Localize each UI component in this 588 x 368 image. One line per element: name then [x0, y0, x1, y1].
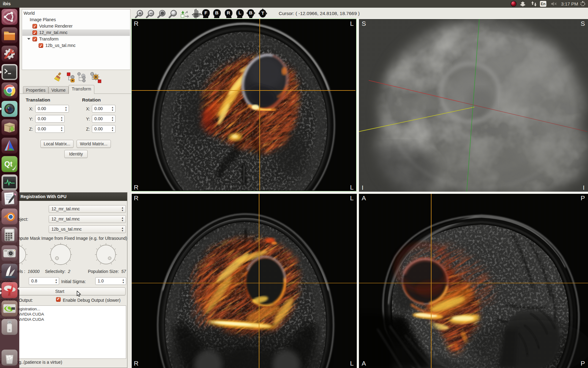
svg-text:R: R	[134, 194, 138, 201]
svg-text:S: S	[362, 20, 366, 27]
svg-text:B: B	[215, 10, 219, 15]
svg-text:L: L	[350, 194, 354, 201]
svg-text:P: P	[581, 360, 585, 367]
svg-text:A: A	[362, 360, 366, 367]
svg-text:En: En	[541, 2, 545, 6]
svg-text:R: R	[227, 10, 230, 15]
svg-text:Cursor: ( -12.0966, 24.8108, 1: Cursor: ( -12.0966, 24.8108, 18.7669 )	[279, 11, 360, 16]
svg-text:R: R	[134, 184, 138, 190]
svg-text:B: B	[249, 10, 253, 15]
svg-text:R: R	[134, 20, 138, 27]
svg-text:P: P	[581, 194, 585, 201]
svg-text:F: F	[204, 10, 207, 15]
svg-text:L: L	[350, 184, 354, 190]
svg-text:R: R	[134, 360, 138, 367]
svg-text:A: A	[362, 194, 366, 201]
svg-text:T: T	[261, 10, 264, 16]
svg-text:I: I	[362, 184, 364, 191]
svg-text:I: I	[583, 184, 585, 191]
svg-text:3:17 PM: 3:17 PM	[561, 1, 578, 6]
svg-text:L: L	[350, 360, 354, 367]
svg-text:L: L	[238, 10, 241, 15]
svg-text:L: L	[350, 20, 354, 27]
svg-text:S: S	[581, 20, 585, 27]
